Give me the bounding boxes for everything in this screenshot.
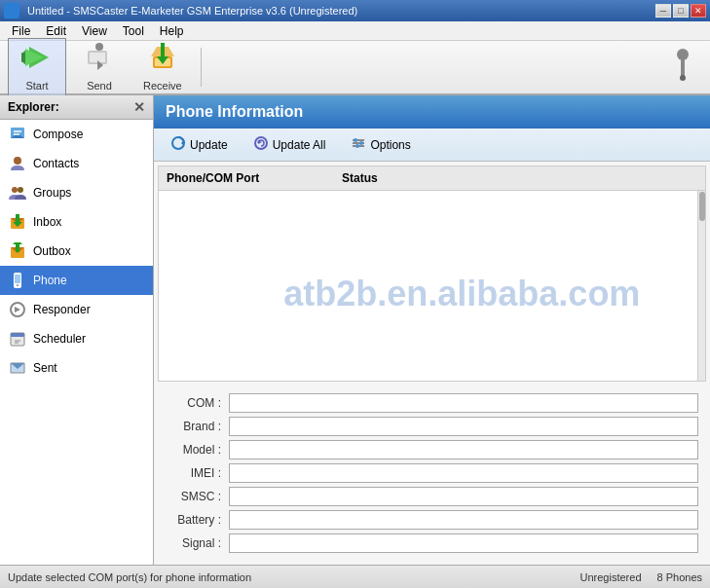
form-row-battery: Battery : <box>166 510 698 530</box>
table-scrollbar[interactable] <box>697 191 705 381</box>
status-registration: Unregistered <box>580 571 642 583</box>
svg-marker-38 <box>181 140 184 146</box>
svg-point-21 <box>18 187 23 193</box>
options-button[interactable]: Options <box>342 132 419 157</box>
input-smsc[interactable] <box>229 487 698 506</box>
form-row-model: Model : <box>166 440 698 459</box>
content-header: Phone Information <box>154 95 710 129</box>
form-row-smsc: SMSC : <box>166 487 698 506</box>
menu-file[interactable]: File <box>4 22 38 40</box>
sidebar-item-outbox-label: Outbox <box>33 244 71 258</box>
toolbar: Start Send Recei <box>0 41 710 95</box>
svg-point-44 <box>354 138 357 142</box>
phone-form: COM : Brand : Model : IMEI : SMSC : <box>154 386 710 565</box>
sidebar-item-inbox-label: Inbox <box>33 215 61 229</box>
content-area: Phone Information Update <box>154 95 710 565</box>
status-phones: 8 Phones <box>657 571 702 583</box>
start-button[interactable]: Start <box>8 38 66 96</box>
label-battery: Battery : <box>166 513 229 527</box>
update-all-button[interactable]: Update All <box>244 132 335 157</box>
sidebar-item-sent-label: Sent <box>33 361 57 375</box>
send-icon <box>84 43 115 78</box>
label-com: COM : <box>166 396 229 410</box>
minimize-button[interactable]: ─ <box>655 4 671 18</box>
scheduler-icon <box>8 329 27 349</box>
sidebar-item-scheduler-label: Scheduler <box>33 332 86 346</box>
outbox-icon <box>8 241 27 261</box>
toolbar-right <box>663 48 702 87</box>
receive-label: Receive <box>143 80 182 92</box>
sidebar-item-contacts[interactable]: Contacts <box>0 149 153 178</box>
sub-toolbar: Update Update All <box>154 129 710 162</box>
app-icon <box>4 3 19 18</box>
input-model[interactable] <box>229 440 698 459</box>
receive-icon <box>147 43 178 78</box>
sidebar-item-responder[interactable]: Responder <box>0 295 153 324</box>
update-button[interactable]: Update <box>162 132 237 157</box>
input-imei[interactable] <box>229 463 698 483</box>
update-all-icon <box>253 135 269 154</box>
phone-icon <box>8 271 27 290</box>
content-title: Phone Information <box>166 103 303 120</box>
sidebar-close-button[interactable]: ✕ <box>133 99 145 115</box>
sidebar-item-scheduler[interactable]: Scheduler <box>0 324 153 353</box>
svg-point-45 <box>359 141 363 145</box>
sidebar-title: Explorer: <box>8 100 59 114</box>
toolbar-separator <box>201 48 202 87</box>
table-header: Phone/COM Port Status <box>159 166 705 191</box>
inbox-icon <box>8 212 27 232</box>
sidebar-item-inbox[interactable]: Inbox <box>0 207 153 237</box>
update-label: Update <box>190 138 228 152</box>
input-com[interactable] <box>229 393 698 413</box>
menu-tool[interactable]: Tool <box>115 22 152 40</box>
sidebar-header: Explorer: ✕ <box>0 95 153 120</box>
svg-point-20 <box>12 187 18 193</box>
form-row-signal: Signal : <box>166 533 698 553</box>
input-battery[interactable] <box>229 510 698 530</box>
menu-help[interactable]: Help <box>152 22 192 40</box>
col-header-status: Status <box>334 169 386 187</box>
phone-table: Phone/COM Port Status <box>158 165 706 382</box>
label-model: Model : <box>166 443 229 457</box>
sidebar-item-groups-label: Groups <box>33 186 71 200</box>
send-button[interactable]: Send <box>70 38 129 96</box>
close-button[interactable]: ✕ <box>691 4 706 18</box>
sidebar-item-contacts-label: Contacts <box>33 157 79 170</box>
window-title: Untitled - SMSCaster E-Marketer GSM Ente… <box>27 5 357 17</box>
sidebar-item-compose[interactable]: Compose <box>0 120 153 149</box>
maximize-button[interactable]: □ <box>673 4 689 18</box>
svg-point-46 <box>355 144 359 148</box>
input-brand[interactable] <box>229 417 698 436</box>
label-signal: Signal : <box>166 536 229 550</box>
label-smsc: SMSC : <box>166 490 229 503</box>
title-bar: Untitled - SMSCaster E-Marketer GSM Ente… <box>0 0 710 21</box>
options-label: Options <box>370 138 410 152</box>
label-brand: Brand : <box>166 420 229 433</box>
menu-edit[interactable]: Edit <box>38 22 74 40</box>
title-bar-left: Untitled - SMSCaster E-Marketer GSM Ente… <box>4 3 357 18</box>
table-body <box>159 191 705 381</box>
table-empty-area <box>159 191 697 381</box>
input-signal[interactable] <box>229 533 698 553</box>
update-all-label: Update All <box>273 138 326 152</box>
contacts-icon <box>8 154 27 173</box>
scroll-thumb[interactable] <box>699 192 705 221</box>
receive-button[interactable]: Receive <box>132 38 193 96</box>
sidebar-item-outbox[interactable]: Outbox <box>0 237 153 266</box>
options-icon <box>351 135 366 154</box>
sidebar: Explorer: ✕ Compose <box>0 95 154 565</box>
groups-icon <box>8 183 27 202</box>
form-row-com: COM : <box>166 393 698 413</box>
svg-rect-33 <box>11 333 24 337</box>
send-label: Send <box>87 80 112 92</box>
menu-view[interactable]: View <box>74 22 115 40</box>
update-icon <box>170 135 186 154</box>
sidebar-item-groups[interactable]: Groups <box>0 178 153 207</box>
compose-icon <box>8 125 27 144</box>
svg-point-30 <box>17 284 19 286</box>
sidebar-item-phone[interactable]: Phone <box>0 266 153 295</box>
sidebar-item-sent[interactable]: Sent <box>0 353 153 383</box>
form-row-brand: Brand : <box>166 417 698 436</box>
status-bar: Update selected COM port(s) for phone in… <box>0 565 710 588</box>
svg-point-7 <box>95 43 103 51</box>
